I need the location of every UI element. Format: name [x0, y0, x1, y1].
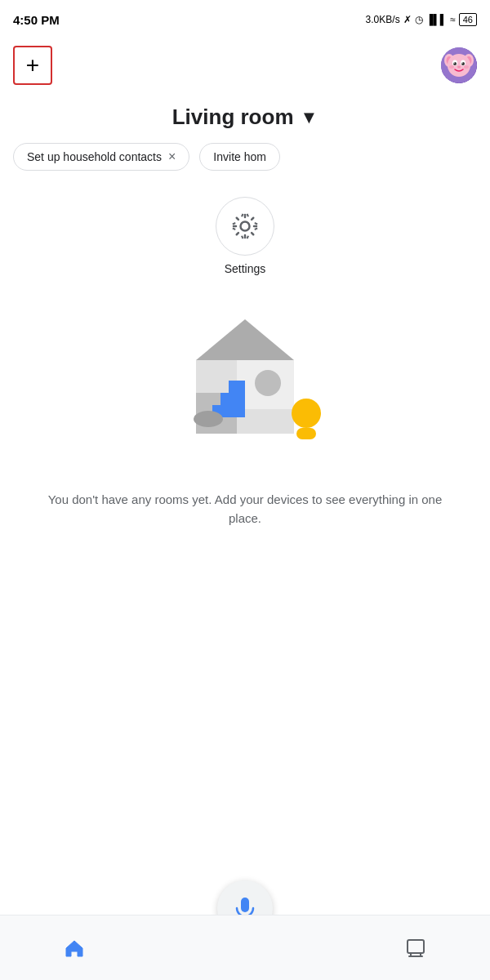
svg-point-21: [255, 370, 281, 396]
empty-state-text: You don't have any rooms yet. Add your d…: [48, 492, 443, 525]
svg-point-11: [461, 62, 463, 64]
avatar[interactable]: [441, 47, 477, 83]
settings-label: Settings: [225, 262, 266, 275]
avatar-image: [441, 47, 477, 83]
status-icons: 3.0KB/s ✗ ◷ ▐▌▌ ≈ 46: [366, 13, 477, 26]
top-bar: +: [0, 39, 490, 91]
svg-point-5: [448, 54, 470, 77]
bluetooth-icon: ✗: [403, 14, 412, 25]
alarm-icon: ◷: [415, 14, 423, 25]
chip-close-icon[interactable]: ×: [168, 150, 176, 163]
signal-icon: ▐▌▌: [426, 14, 448, 25]
invite-home-chip[interactable]: Invite hom: [199, 143, 280, 171]
home-title: Living room: [172, 105, 294, 130]
nav-devices[interactable]: [404, 937, 427, 960]
svg-point-12: [457, 66, 461, 69]
household-contacts-chip[interactable]: Set up household contacts ×: [13, 143, 189, 171]
svg-rect-27: [296, 428, 316, 439]
svg-point-25: [194, 411, 223, 427]
network-speed: 3.0KB/s: [366, 14, 400, 25]
svg-rect-24: [229, 381, 245, 393]
add-button[interactable]: +: [13, 46, 52, 85]
title-area[interactable]: Living room ▼: [0, 91, 490, 136]
svg-rect-23: [220, 393, 245, 405]
devices-nav-icon: [404, 937, 427, 960]
svg-point-13: [449, 65, 454, 69]
svg-point-14: [464, 65, 469, 69]
svg-point-10: [453, 62, 455, 64]
invite-chip-label: Invite hom: [213, 150, 266, 163]
svg-rect-20: [237, 409, 294, 434]
battery-icon: 46: [459, 13, 477, 26]
home-nav-icon: [63, 937, 86, 960]
plus-icon: +: [26, 54, 39, 77]
settings-section: Settings: [0, 177, 490, 282]
empty-state-message: You don't have any rooms yet. Add your d…: [0, 481, 490, 537]
svg-marker-16: [196, 319, 294, 360]
svg-point-26: [292, 399, 321, 428]
nav-home[interactable]: [63, 937, 86, 960]
house-illustration: [0, 282, 490, 481]
gear-icon: [230, 212, 260, 241]
wifi-icon: ≈: [450, 14, 456, 25]
dropdown-arrow-icon: ▼: [301, 107, 318, 128]
chips-row: Set up household contacts × Invite hom: [0, 136, 490, 177]
svg-rect-28: [241, 898, 249, 912]
svg-rect-31: [408, 940, 424, 953]
svg-point-15: [241, 222, 250, 231]
settings-button[interactable]: [216, 197, 274, 256]
bottom-nav: [0, 915, 490, 980]
status-bar: 4:50 PM 3.0KB/s ✗ ◷ ▐▌▌ ≈ 46: [0, 0, 490, 39]
chip-label: Set up household contacts: [27, 150, 162, 163]
status-time: 4:50 PM: [13, 13, 60, 27]
